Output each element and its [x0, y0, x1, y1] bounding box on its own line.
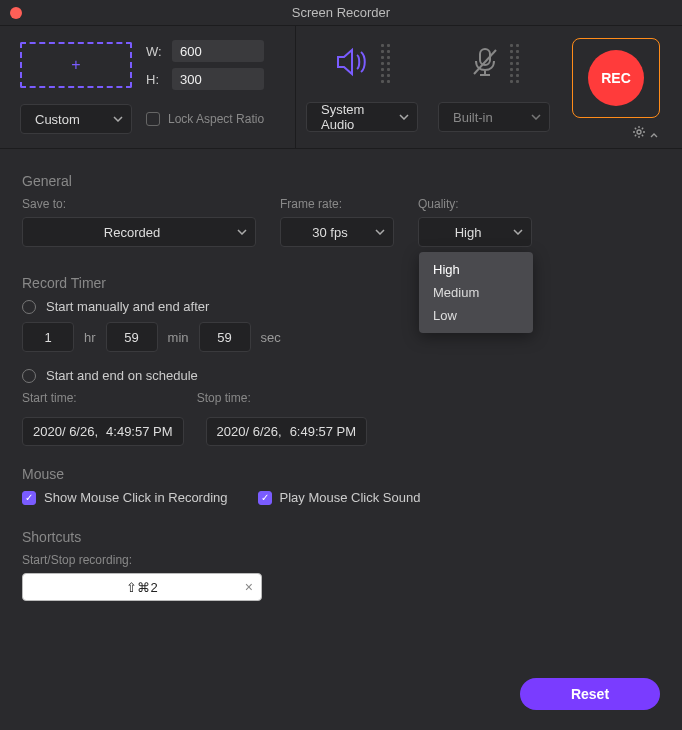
- timer-schedule-radio[interactable]: [22, 369, 36, 383]
- quality-option-medium[interactable]: Medium: [419, 281, 533, 304]
- chevron-down-icon: [237, 229, 247, 235]
- window-controls: [10, 7, 22, 19]
- capture-area-panel: + W: H: Custom Lock Aspect Ratio: [0, 26, 296, 148]
- quality-option-high[interactable]: High: [419, 258, 533, 281]
- system-audio-value: System Audio: [321, 102, 389, 132]
- reset-button-label: Reset: [571, 686, 609, 702]
- system-audio-select[interactable]: System Audio: [306, 102, 418, 132]
- area-preset-select[interactable]: Custom: [20, 104, 132, 134]
- hours-unit: hr: [84, 330, 96, 345]
- start-time-label: Start time:: [22, 391, 77, 405]
- stop-time: 6:49:57 PM: [290, 424, 357, 439]
- play-click-sound-label: Play Mouse Click Sound: [280, 490, 421, 505]
- stop-time-label: Stop time:: [197, 391, 251, 405]
- timer-seconds-input[interactable]: [199, 322, 251, 352]
- top-panel: + W: H: Custom Lock Aspect Ratio: [0, 26, 682, 149]
- save-to-select[interactable]: Recorded: [22, 217, 256, 247]
- seconds-unit: sec: [261, 330, 281, 345]
- timer-manual-label: Start manually and end after: [46, 299, 209, 314]
- close-window-button[interactable]: [10, 7, 22, 19]
- record-timer-heading: Record Timer: [22, 275, 660, 291]
- chevron-down-icon: [375, 229, 385, 235]
- system-audio-level: [381, 44, 390, 83]
- mic-audio-level: [510, 44, 519, 83]
- microphone-muted-icon: [470, 46, 500, 81]
- quality-dropdown-menu: High Medium Low: [419, 252, 533, 333]
- audio-panel: System Audio Built-in: [296, 26, 682, 148]
- minutes-unit: min: [168, 330, 189, 345]
- timer-hours-input[interactable]: [22, 322, 74, 352]
- frame-rate-label: Frame rate:: [280, 197, 394, 211]
- window-title: Screen Recorder: [292, 5, 390, 20]
- chevron-down-icon: [513, 229, 523, 235]
- settings-toggle[interactable]: [632, 125, 658, 142]
- shortcuts-heading: Shortcuts: [22, 529, 660, 545]
- chevron-up-icon: [650, 126, 658, 141]
- gear-icon: [632, 125, 646, 142]
- width-input[interactable]: [172, 40, 264, 62]
- titlebar: Screen Recorder: [0, 0, 682, 26]
- capture-area-selector[interactable]: +: [20, 42, 132, 88]
- settings-body: General Save to: Recorded Frame rate: 30…: [0, 149, 682, 615]
- mic-value: Built-in: [453, 110, 493, 125]
- height-input[interactable]: [172, 68, 264, 90]
- start-time-input[interactable]: 2020/ 6/26, 4:49:57 PM: [22, 417, 184, 446]
- record-button[interactable]: REC: [588, 50, 644, 106]
- chevron-down-icon: [399, 114, 409, 120]
- start-date: 2020/ 6/26,: [33, 424, 98, 439]
- general-heading: General: [22, 173, 660, 189]
- timer-schedule-label: Start and end on schedule: [46, 368, 198, 383]
- width-label: W:: [146, 44, 166, 59]
- frame-rate-select[interactable]: 30 fps: [280, 217, 394, 247]
- stop-time-input[interactable]: 2020/ 6/26, 6:49:57 PM: [206, 417, 368, 446]
- show-mouse-click-label: Show Mouse Click in Recording: [44, 490, 228, 505]
- chevron-down-icon: [113, 116, 123, 122]
- timer-manual-radio[interactable]: [22, 300, 36, 314]
- record-button-frame: REC: [572, 38, 660, 118]
- play-click-sound-checkbox[interactable]: [258, 491, 272, 505]
- quality-select[interactable]: High High Medium Low: [418, 217, 532, 247]
- chevron-down-icon: [531, 114, 541, 120]
- save-to-label: Save to:: [22, 197, 256, 211]
- shortcut-input[interactable]: ⇧⌘2 ×: [22, 573, 262, 601]
- record-button-label: REC: [601, 70, 631, 86]
- lock-aspect-label: Lock Aspect Ratio: [168, 112, 264, 126]
- show-mouse-click-checkbox[interactable]: [22, 491, 36, 505]
- quality-value: High: [455, 225, 482, 240]
- mouse-heading: Mouse: [22, 466, 660, 482]
- timer-minutes-input[interactable]: [106, 322, 158, 352]
- lock-aspect-checkbox[interactable]: [146, 112, 160, 126]
- shortcut-label: Start/Stop recording:: [22, 553, 660, 567]
- area-preset-value: Custom: [35, 112, 80, 127]
- reset-button[interactable]: Reset: [520, 678, 660, 710]
- svg-point-2: [637, 130, 641, 134]
- save-to-value: Recorded: [104, 225, 160, 240]
- stop-date: 2020/ 6/26,: [217, 424, 282, 439]
- speaker-icon: [335, 47, 371, 80]
- clear-shortcut-button[interactable]: ×: [245, 579, 253, 595]
- quality-option-low[interactable]: Low: [419, 304, 533, 327]
- start-time: 4:49:57 PM: [106, 424, 173, 439]
- height-label: H:: [146, 72, 166, 87]
- plus-icon: +: [71, 57, 80, 73]
- mic-select[interactable]: Built-in: [438, 102, 550, 132]
- shortcut-value: ⇧⌘2: [126, 580, 157, 595]
- quality-label: Quality:: [418, 197, 532, 211]
- frame-rate-value: 30 fps: [312, 225, 347, 240]
